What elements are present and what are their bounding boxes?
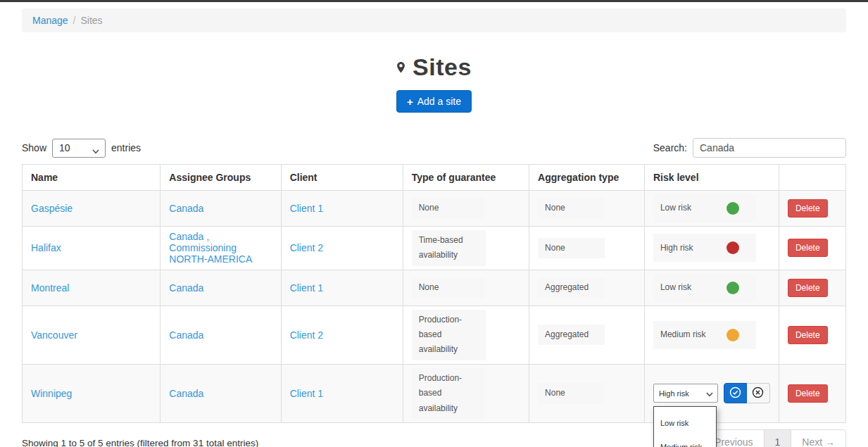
risk-level-value[interactable]: High risk — [653, 234, 756, 262]
risk-edit-actions — [724, 383, 770, 403]
client-link[interactable]: Client 1 — [290, 388, 323, 399]
add-site-button[interactable]: + Add a site — [396, 90, 472, 113]
sites-table: Name Assignee Groups Client Type of guar… — [22, 164, 846, 423]
table-row: Montreal Canada Client 1 None Aggregated… — [23, 270, 846, 306]
site-name-link[interactable]: Vancouver — [31, 329, 77, 341]
header-actions — [779, 165, 845, 191]
risk-level-dropdown: Low risk Medium risk High risk — [653, 406, 717, 447]
header-name[interactable]: Name — [23, 165, 161, 191]
assignee-groups-link[interactable]: Canada — [169, 388, 203, 399]
breadcrumb-manage-link[interactable]: Manage — [32, 15, 68, 26]
site-name-link[interactable]: Gaspésie — [31, 203, 73, 214]
page-title: Sites — [413, 53, 472, 81]
show-entries-group: Show 10 entries — [22, 139, 141, 158]
site-name-link[interactable]: Halifax — [31, 242, 61, 253]
delete-button[interactable]: Delete — [788, 384, 828, 403]
risk-level-label: Low risk — [660, 201, 691, 215]
assignee-groups-link[interactable]: Canada — [169, 329, 203, 341]
delete-button[interactable]: Delete — [788, 326, 828, 344]
plus-icon: + — [407, 96, 413, 107]
x-circle-icon — [752, 386, 764, 401]
aggregation-value: None — [538, 383, 605, 403]
risk-level-label: High risk — [660, 241, 693, 256]
cancel-risk-button[interactable] — [747, 383, 770, 403]
risk-level-select[interactable]: High risk — [653, 384, 718, 403]
risk-select-value: High risk — [659, 389, 689, 398]
client-link[interactable]: Client 1 — [290, 203, 323, 214]
current-page-button[interactable]: 1 — [764, 429, 792, 447]
header-risk-level[interactable]: Risk level — [644, 165, 779, 191]
risk-status-dot — [727, 241, 739, 254]
header-type-of-guarantee[interactable]: Type of guarantee — [403, 165, 529, 191]
guarantee-value: None — [412, 198, 486, 218]
dropdown-option-low-risk[interactable]: Low risk — [654, 411, 716, 435]
aggregation-value: Aggregated — [538, 325, 605, 345]
site-name-link[interactable]: Montreal — [31, 282, 69, 294]
header-aggregation-type[interactable]: Aggregation type — [529, 165, 645, 191]
map-pin-icon — [396, 61, 405, 77]
check-circle-icon — [729, 386, 741, 401]
risk-status-dot — [727, 202, 739, 215]
entries-summary: Showing 1 to 5 of 5 entries (filtered fr… — [22, 429, 258, 447]
confirm-risk-button[interactable] — [724, 383, 747, 403]
search-label: Search: — [653, 142, 687, 153]
table-row: Halifax Canada , Commissioning NORTH-AME… — [23, 227, 846, 270]
aggregation-value: None — [538, 238, 605, 258]
table-header-row: Name Assignee Groups Client Type of guar… — [23, 165, 846, 191]
add-site-button-label: Add a site — [417, 96, 461, 107]
header-assignee-groups[interactable]: Assignee Groups — [161, 165, 281, 191]
show-label: Show — [22, 142, 46, 153]
assignee-groups-link[interactable]: Canada , Commissioning NORTH-AMERICA — [169, 231, 252, 265]
breadcrumb-current: Sites — [80, 15, 102, 26]
add-button-row: + Add a site — [22, 90, 846, 113]
sites-page: Manage/Sites Sites + Add a site Show 10 … — [0, 2, 868, 447]
assignee-groups-link[interactable]: Canada — [169, 203, 203, 214]
guarantee-value: Production-based availability — [412, 368, 486, 419]
breadcrumb-separator: / — [73, 15, 76, 26]
client-link[interactable]: Client 2 — [290, 242, 323, 253]
table-controls: Show 10 entries Search: — [22, 138, 846, 158]
assignee-groups-link[interactable]: Canada — [169, 282, 203, 294]
delete-button[interactable]: Delete — [788, 199, 828, 218]
aggregation-value: None — [538, 198, 605, 218]
risk-level-value[interactable]: Low risk — [653, 274, 756, 302]
guarantee-value: None — [412, 277, 486, 298]
table-row: Winnipeg Canada Client 1 Production-base… — [23, 364, 846, 422]
header-client[interactable]: Client — [281, 165, 403, 191]
chevron-down-icon — [706, 390, 712, 396]
risk-level-label: Low risk — [660, 280, 691, 295]
risk-level-value[interactable]: Low risk — [653, 194, 756, 222]
page-size-select[interactable]: 10 — [52, 139, 106, 158]
risk-level-editor: High risk — [653, 383, 770, 403]
page-title-row: Sites — [22, 53, 846, 81]
search-input[interactable] — [693, 138, 846, 158]
table-row: Gaspésie Canada Client 1 None None Low r… — [23, 191, 846, 227]
client-link[interactable]: Client 1 — [290, 282, 323, 294]
risk-status-dot — [727, 329, 739, 341]
search-group: Search: — [653, 138, 846, 158]
delete-button[interactable]: Delete — [788, 279, 828, 297]
breadcrumb: Manage/Sites — [22, 8, 846, 32]
aggregation-value: Aggregated — [538, 277, 605, 298]
entries-label: entries — [111, 142, 141, 153]
risk-status-dot — [727, 282, 739, 294]
next-page-button[interactable]: Next → — [791, 429, 846, 447]
guarantee-value: Time-based availability — [412, 230, 486, 266]
delete-button[interactable]: Delete — [788, 239, 828, 257]
risk-level-value[interactable]: Medium risk — [653, 321, 756, 349]
chevron-down-icon — [92, 145, 99, 151]
site-name-link[interactable]: Winnipeg — [31, 388, 72, 399]
page-size-value: 10 — [59, 142, 70, 153]
risk-level-label: Medium risk — [660, 327, 706, 342]
table-footer: Showing 1 to 5 of 5 entries (filtered fr… — [22, 429, 846, 447]
guarantee-value: Production-based availability — [412, 310, 486, 360]
table-row: Vancouver Canada Client 2 Production-bas… — [23, 306, 846, 364]
dropdown-option-medium-risk[interactable]: Medium risk — [654, 435, 716, 447]
client-link[interactable]: Client 2 — [290, 329, 323, 341]
